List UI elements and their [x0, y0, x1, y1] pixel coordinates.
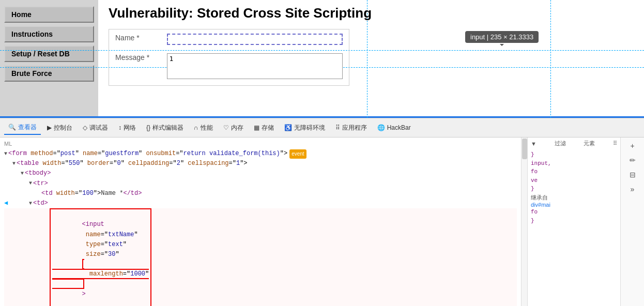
nav-home[interactable]: Home	[4, 6, 94, 23]
debugger-label: 调试器	[89, 124, 108, 132]
name-cell	[161, 29, 349, 50]
right-code-input: input,	[531, 159, 617, 168]
a11y-icon: ♿	[284, 124, 292, 131]
console-label: 控制台	[54, 124, 72, 132]
filter-label: 过滤	[555, 140, 566, 147]
panel-label: ML	[4, 141, 517, 147]
left-nav: Home Instructions Setup / Reset DB Brute…	[0, 0, 98, 116]
tab-hackbar[interactable]: 🌐 HackBar	[373, 122, 415, 133]
pencil-button[interactable]: ✏	[626, 154, 639, 166]
triangle-table[interactable]: ▼	[12, 160, 16, 168]
name-label: Name *	[109, 29, 161, 50]
grid-icon: ⠿	[613, 140, 617, 147]
right-code-braces2: }	[531, 185, 617, 193]
network-icon: ↕	[118, 124, 121, 131]
hackbar-label: HackBar	[387, 124, 411, 131]
tab-console[interactable]: ▶ 控制台	[43, 121, 76, 134]
html-panel: ML ▼ <form method="post" name="guestform…	[0, 137, 521, 306]
debugger-icon: ◇	[83, 124, 87, 131]
style-editor-label: 样式编辑器	[152, 124, 183, 132]
filter-icon: ▼	[531, 141, 536, 147]
style-editor-icon: {}	[146, 124, 150, 131]
event-badge[interactable]: event	[289, 149, 306, 159]
input-tooltip: input | 235 × 21.3333	[465, 31, 539, 43]
right-code-fo: fo	[531, 167, 617, 176]
add-button[interactable]: +	[626, 140, 639, 152]
performance-label: 性能	[201, 124, 213, 132]
app-label: 应用程序	[342, 124, 367, 132]
scroll-area[interactable]	[521, 137, 527, 306]
app-icon: ⠿	[335, 124, 340, 131]
html-line-table: ▼ <table width="550" border="0" cellpadd…	[4, 159, 517, 169]
scroll-thumb[interactable]	[522, 139, 527, 159]
page-title: Vulnerability: Stored Cross Site Scripti…	[109, 5, 634, 21]
html-line-tbody: ▼ <tbody>	[4, 169, 517, 178]
triangle-tr1[interactable]: ▼	[29, 179, 32, 188]
memory-label: 内存	[231, 124, 243, 132]
tab-inspector[interactable]: 🔍 查看器	[4, 121, 41, 135]
layout-button[interactable]: ⊟	[626, 169, 639, 181]
arrow-left: ◀	[4, 198, 8, 208]
input-highlight-box: <input name="txtName" type="text" size="…	[50, 208, 151, 306]
right-code-fo2: fo	[531, 208, 617, 217]
tab-debugger[interactable]: ◇ 调试器	[79, 121, 112, 134]
message-label: Message *	[109, 49, 161, 86]
triangle-form[interactable]: ▼	[4, 150, 7, 158]
tab-memory[interactable]: ♡ 内存	[219, 121, 248, 134]
maxlength-attr: maxlength="1000"	[52, 259, 149, 289]
triangle-td2[interactable]: ▼	[29, 200, 32, 208]
right-inherit-label: 继承自	[531, 193, 617, 202]
tab-app[interactable]: ⠿ 应用程序	[331, 121, 371, 134]
expand-button[interactable]: »	[626, 183, 639, 195]
right-code-ve: ve	[531, 176, 617, 185]
right-panel: ▼ 过滤 元素 ⠿ } input, fo ve } 继承自 div#mai f…	[527, 137, 620, 306]
storage-label: 存储	[262, 124, 274, 132]
tab-a11y[interactable]: ♿ 无障碍环境	[280, 121, 329, 134]
performance-icon: ∩	[194, 124, 198, 131]
inspector-label: 查看器	[18, 123, 37, 132]
console-icon: ▶	[47, 124, 52, 131]
inspector-icon: 🔍	[8, 124, 16, 131]
html-line-tr1: ▼ <tr>	[4, 179, 517, 189]
devtools-bar: 🔍 查看器 ▶ 控制台 ◇ 调试器 ↕ 网络 {} 样式编辑器 ∩ 性能 ♡ 内…	[0, 118, 644, 137]
tab-performance[interactable]: ∩ 性能	[190, 121, 217, 134]
storage-icon: ▦	[254, 124, 259, 131]
nav-instructions[interactable]: Instructions	[4, 26, 94, 42]
html-line-input: <input name="txtName" type="text" size="…	[4, 208, 517, 306]
main-content: Vulnerability: Stored Cross Site Scripti…	[98, 0, 644, 116]
element-label: 元素	[584, 140, 595, 147]
devtools-body: ML ▼ <form method="post" name="guestform…	[0, 137, 644, 306]
right-panel-header: ▼ 过滤 元素 ⠿	[531, 140, 617, 147]
html-line-form: ▼ <form method="post" name="guestform" o…	[4, 149, 517, 159]
nav-brute-force[interactable]: Brute Force	[4, 65, 94, 82]
message-row: Message * 1	[109, 49, 349, 86]
form-table: Name * Message * 1	[109, 29, 349, 86]
hackbar-icon: 🌐	[377, 124, 385, 131]
right-code-braces1: }	[531, 150, 617, 159]
tab-style-editor[interactable]: {} 样式编辑器	[142, 121, 188, 134]
name-row: Name *	[109, 29, 349, 50]
message-cell: 1	[161, 49, 349, 86]
panel-actions: + ✏ ⊟ »	[620, 137, 644, 306]
triangle-tbody[interactable]: ▼	[21, 170, 24, 178]
name-input[interactable]	[167, 34, 343, 45]
html-line-td2: ◀ ▼ <td>	[4, 198, 517, 208]
tab-network[interactable]: ↕ 网络	[114, 121, 140, 134]
network-label: 网络	[124, 124, 136, 132]
right-div-link[interactable]: div#mai	[531, 202, 617, 208]
memory-icon: ♡	[223, 124, 229, 131]
html-line-td-name: <td width="100"> Name * </td>	[4, 189, 517, 198]
a11y-label: 无障碍环境	[294, 124, 325, 132]
tab-storage[interactable]: ▦ 存储	[250, 121, 278, 134]
right-code-braces3: }	[531, 217, 617, 225]
message-textarea[interactable]: 1	[167, 53, 343, 79]
nav-setup-reset[interactable]: Setup / Reset DB	[4, 45, 94, 62]
